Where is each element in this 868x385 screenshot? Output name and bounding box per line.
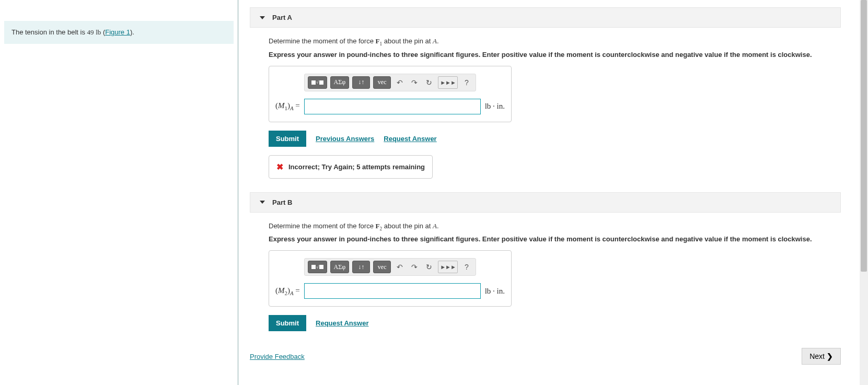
part-b-answer-row: (M2)A = lb · in. (275, 283, 505, 299)
instr-unit: lb (96, 28, 101, 36)
part-a-title: Part A (272, 14, 292, 21)
greek-button[interactable]: ΑΣφ (330, 76, 350, 89)
previous-answers-link[interactable]: Previous Answers (316, 135, 374, 143)
math-toolbar: √ ΑΣφ ↓↑ vec ↶ ↷ ↻ ►►► ? (304, 258, 476, 276)
scrollbar-thumb[interactable] (861, 0, 867, 272)
math-toolbar: √ ΑΣφ ↓↑ vec ↶ ↷ ↻ ►►► ? (304, 74, 476, 91)
next-label: Next (809, 352, 825, 360)
incorrect-icon: ✖ (276, 162, 283, 172)
vec-button[interactable]: vec (373, 261, 391, 273)
part-b-body: Determine the moment of the force F2 abo… (250, 213, 860, 345)
part-b-actions: Submit Request Answer (269, 315, 841, 331)
part-a-prompt: Determine the moment of the force F1 abo… (269, 37, 841, 46)
help-icon[interactable]: ? (461, 76, 472, 89)
part-b-unit: lb · in. (485, 287, 505, 296)
instr-prefix: The tension in the belt is (11, 28, 87, 36)
reset-icon[interactable]: ↻ (423, 261, 435, 273)
prompt-post: . (437, 222, 439, 230)
undo-icon[interactable]: ↶ (394, 76, 406, 89)
redo-icon[interactable]: ↷ (409, 261, 420, 273)
provide-feedback-link[interactable]: Provide Feedback (250, 353, 305, 360)
part-b-answer-box: √ ΑΣφ ↓↑ vec ↶ ↷ ↻ ►►► ? (M2)A = lb · in… (269, 250, 512, 307)
prompt-pre: Determine the moment of the force (269, 222, 375, 230)
updown-button[interactable]: ↓↑ (352, 76, 370, 89)
part-a-hint: Express your answer in pound-inches to t… (269, 51, 841, 59)
part-a-body: Determine the moment of the force F1 abo… (250, 28, 860, 192)
prompt-mid: about the pin at (382, 222, 433, 230)
left-pane: The tension in the belt is 49 lb (Figure… (0, 0, 238, 385)
prompt-post: . (437, 37, 439, 45)
figure-link[interactable]: Figure 1 (105, 28, 130, 36)
help-icon[interactable]: ? (461, 261, 472, 273)
part-a-unit: lb · in. (485, 102, 505, 111)
chevron-right-icon: ❯ (827, 352, 833, 360)
part-b-answer-input[interactable] (304, 283, 481, 299)
part-b-header[interactable]: Part B (250, 192, 841, 213)
right-pane: Part A Determine the moment of the force… (238, 0, 860, 385)
part-a-feedback: ✖ Incorrect; Try Again; 5 attempts remai… (269, 155, 433, 179)
scrollbar[interactable] (860, 0, 868, 385)
updown-button[interactable]: ↓↑ (352, 261, 370, 273)
prompt-pre: Determine the moment of the force (269, 37, 375, 45)
vec-button[interactable]: vec (373, 76, 391, 89)
next-button[interactable]: Next ❯ (802, 348, 841, 365)
part-b-prompt: Determine the moment of the force F2 abo… (269, 222, 841, 231)
prompt-mid: about the pin at (382, 37, 433, 45)
greek-button[interactable]: ΑΣφ (330, 261, 350, 273)
request-answer-link[interactable]: Request Answer (316, 319, 368, 327)
redo-icon[interactable]: ↷ (409, 76, 420, 89)
part-b-var-label: (M2)A = (275, 286, 300, 296)
keyboard-icon[interactable]: ►►► (438, 76, 458, 89)
part-a-var-label: (M1)A = (275, 101, 300, 111)
instr-figure-close: ). (130, 28, 134, 36)
part-a-submit-button[interactable]: Submit (269, 131, 306, 147)
feedback-text: Incorrect; Try Again; 5 attempts remaini… (288, 163, 425, 171)
part-a-answer-row: (M1)A = lb · in. (275, 99, 505, 114)
fraction-button[interactable]: √ (308, 261, 327, 273)
point-symbol: A (433, 222, 437, 230)
point-symbol: A (433, 37, 437, 45)
part-a-answer-box: √ ΑΣφ ↓↑ vec ↶ ↷ ↻ ►►► ? (M1)A = lb · in… (269, 66, 512, 122)
fraction-button[interactable]: √ (308, 76, 327, 89)
reset-icon[interactable]: ↻ (423, 76, 435, 89)
collapse-icon (260, 201, 265, 204)
part-a-answer-input[interactable] (304, 99, 481, 114)
collapse-icon (260, 16, 265, 19)
part-b-title: Part B (272, 199, 292, 206)
footer-row: Provide Feedback Next ❯ (250, 348, 841, 365)
part-b-hint: Express your answer in pound-inches to t… (269, 235, 841, 243)
part-b-submit-button[interactable]: Submit (269, 315, 306, 331)
part-a-header[interactable]: Part A (250, 7, 841, 28)
request-answer-link[interactable]: Request Answer (384, 135, 436, 143)
problem-statement: The tension in the belt is 49 lb (Figure… (4, 21, 234, 44)
part-a-actions: Submit Previous Answers Request Answer (269, 131, 841, 147)
keyboard-icon[interactable]: ►►► (438, 261, 458, 273)
instr-value: 49 (87, 28, 94, 36)
undo-icon[interactable]: ↶ (394, 261, 406, 273)
